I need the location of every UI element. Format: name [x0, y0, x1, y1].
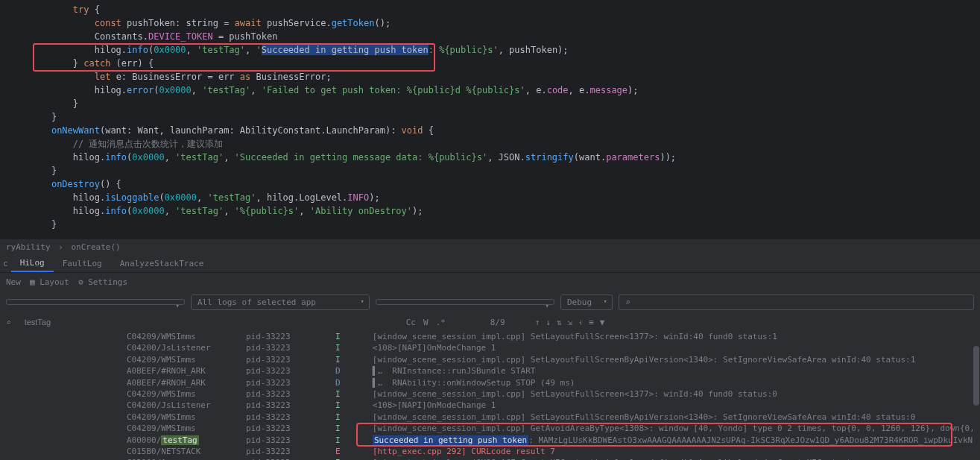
prev-match-icon[interactable]: ↑	[535, 318, 540, 327]
filter-search[interactable]: ⌕	[619, 294, 974, 310]
log-toolbar: New ▦ Layout ⚙ Settings	[0, 273, 980, 291]
code-line[interactable]: }	[0, 97, 980, 110]
log-line[interactable]: A0BEEF/#RNOH_ARKpid-33223D ▌… RNAbility:…	[0, 377, 980, 388]
highlight-box	[356, 423, 952, 447]
log-line[interactable]: C04209/WMSImmspid-33223I [window_scene_s…	[0, 412, 980, 423]
process-dropdown[interactable]	[376, 299, 554, 305]
device-dropdown[interactable]	[6, 299, 185, 305]
log-tabs: c HiLog FaultLog AnalyzeStackTrace	[0, 255, 980, 273]
scrollbar[interactable]	[973, 331, 980, 460]
code-line[interactable]: }	[0, 110, 980, 124]
tab-hilog[interactable]: HiLog	[11, 255, 54, 272]
new-button[interactable]: New	[6, 277, 21, 287]
regex-toggle[interactable]: .*	[436, 318, 446, 327]
filter-icon[interactable]: ▼	[600, 318, 605, 327]
breadcrumb-part[interactable]: ryAbility	[6, 242, 51, 252]
code-line[interactable]: onNewWant(want: Want, launchParam: Abili…	[0, 124, 980, 137]
code-line[interactable]: const pushToken: string = await pushServ…	[0, 16, 980, 30]
log-line[interactable]: C03900/Acepid-33223I [ui_content_impl.cp…	[0, 457, 980, 460]
app-filter-dropdown[interactable]: All logs of selected app	[191, 294, 370, 310]
search-icon: ⌕	[6, 318, 11, 327]
match-count: 8/9	[490, 318, 505, 327]
log-line[interactable]: A0BEEF/#RNOH_ARKpid-33223D ▌… RNInstance…	[0, 365, 980, 376]
log-line[interactable]: C04209/WMSImmspid-33223I [window_scene_s…	[0, 388, 980, 400]
log-output[interactable]: C04209/WMSImmspid-33223I [window_scene_s…	[0, 331, 980, 460]
code-line[interactable]: hilog.isLoggable(0x0000, 'testTag', hilo…	[0, 191, 980, 204]
code-line[interactable]: hilog.info(0x0000, 'testTag', '%{public}…	[0, 204, 980, 218]
search-icon: ⌕	[625, 297, 630, 307]
tab-prefix: c	[3, 259, 8, 268]
next-match-icon[interactable]: ↓	[546, 318, 551, 327]
case-toggle[interactable]: Cc	[406, 318, 416, 327]
log-line[interactable]: C04209/WMSImmspid-33223I [window_scene_s…	[0, 354, 980, 365]
log-search-input[interactable]	[19, 316, 361, 328]
tab-faultlog[interactable]: FaultLog	[54, 256, 111, 271]
code-line[interactable]: try {	[0, 3, 980, 16]
tab-analyze-stack-trace[interactable]: AnalyzeStackTrace	[111, 256, 213, 271]
splitter-icon[interactable]: ⫞	[578, 318, 583, 327]
log-line[interactable]: C015B0/NETSTACKpid-33223E [http_exec.cpp…	[0, 446, 980, 457]
log-line[interactable]: C04200/JsListenerpid-33223I <108>[NAPI]O…	[0, 342, 980, 353]
soft-wrap-icon[interactable]: ≡	[589, 318, 594, 327]
log-search-row: ⌕ Cc W .* 8/9 ↑ ↓ ⇅ ⇲ ⫞ ≡ ▼	[0, 313, 980, 331]
breadcrumb[interactable]: ryAbility › onCreate()	[0, 239, 980, 255]
wrap-icon[interactable]: ⇅	[557, 318, 562, 327]
code-editor[interactable]: try { const pushToken: string = await pu…	[0, 0, 980, 239]
filter-row: All logs of selected app Debug ⌕	[0, 291, 980, 313]
level-dropdown[interactable]: Debug	[560, 294, 613, 310]
log-line[interactable]: C04200/JsListenerpid-33223I <108>[NAPI]O…	[0, 400, 980, 411]
log-line[interactable]: C04209/WMSImmspid-33223I [window_scene_s…	[0, 331, 980, 342]
code-line[interactable]: }	[0, 218, 980, 231]
code-line[interactable]: Constants.DEVICE_TOKEN = pushToken	[0, 30, 980, 43]
code-line[interactable]: onDestroy() {	[0, 177, 980, 191]
settings-button[interactable]: ⚙ Settings	[78, 277, 127, 287]
code-line[interactable]: hilog.error(0x0000, 'testTag', 'Failed t…	[0, 84, 980, 97]
scroll-end-icon[interactable]: ⇲	[568, 318, 573, 327]
code-line[interactable]: hilog.info(0x0000, 'testTag', 'Succeeded…	[0, 151, 980, 164]
code-line[interactable]: // 通知消息点击次数统计，建议添加	[0, 137, 980, 151]
code-line[interactable]: let e: BusinessError = err as BusinessEr…	[0, 70, 980, 84]
word-toggle[interactable]: W	[423, 318, 429, 327]
code-line[interactable]: } catch (err) {	[0, 57, 980, 70]
breadcrumb-separator: ›	[58, 242, 63, 252]
code-line[interactable]: }	[0, 164, 980, 177]
breadcrumb-part[interactable]: onCreate()	[71, 242, 120, 252]
code-line[interactable]: hilog.info(0x0000, 'testTag', 'Succeeded…	[0, 43, 980, 57]
layout-button[interactable]: ▦ Layout	[30, 277, 69, 287]
